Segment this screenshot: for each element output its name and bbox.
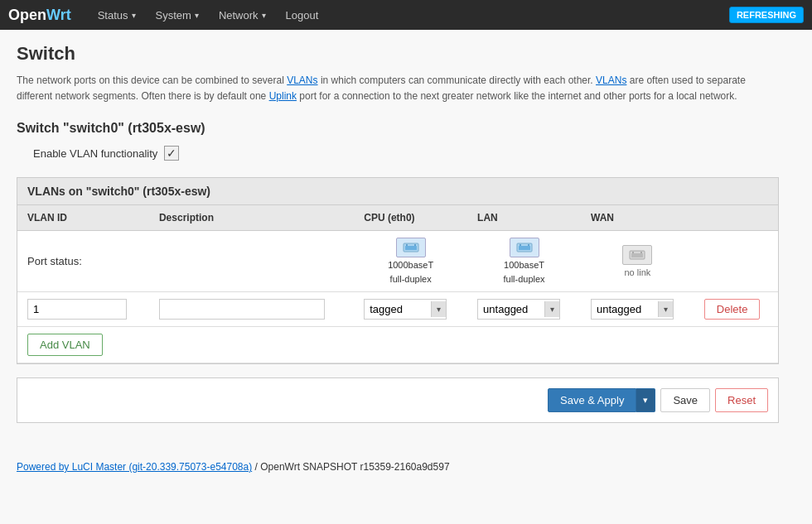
lan-mode-select[interactable]: untagged tagged off [478, 300, 544, 319]
cpu-port-duplex: full-duplex [390, 273, 432, 285]
save-apply-dropdown-button[interactable]: ▾ [636, 388, 655, 412]
save-apply-button[interactable]: Save & Apply [548, 388, 636, 412]
vlan-id-input[interactable] [27, 299, 127, 320]
cpu-port-status: 1000baseT full-duplex [354, 231, 467, 292]
uplink-link[interactable]: Uplink [269, 90, 297, 102]
vlan-table: VLAN ID Description CPU (eth0) LAN WAN P… [17, 205, 778, 363]
vlan-id-cell [17, 291, 149, 326]
svg-point-6 [520, 244, 521, 246]
col-cpu: CPU (eth0) [354, 205, 467, 231]
port-status-row: Port status: [17, 231, 778, 292]
lan-mode-select-wrapper: untagged tagged off ▾ [477, 299, 560, 320]
lan-port-status: 100baseT full-duplex [467, 231, 581, 292]
add-vlan-row: Add VLAN [17, 326, 778, 363]
switch-config-section: Switch "switch0" (rt305x-esw) Enable VLA… [17, 121, 779, 161]
add-vlan-button[interactable]: Add VLAN [27, 334, 103, 356]
nav-logout[interactable]: Logout [276, 0, 329, 30]
vlan-actions-cell: Delete [694, 291, 778, 326]
page-description: The network ports on this device can be … [17, 73, 779, 104]
port-status-label: Port status: [27, 255, 82, 267]
main-content: Switch The network ports on this device … [0, 30, 795, 453]
wan-select-arrow[interactable]: ▾ [658, 301, 673, 317]
table-row: tagged untagged off ▾ untagged tagged [17, 291, 778, 326]
switch-section-title: Switch "switch0" (rt305x-esw) [17, 121, 779, 136]
wan-mode-select[interactable]: untagged tagged off [592, 300, 658, 319]
vlan-wan-cell: untagged tagged off ▾ [581, 291, 694, 326]
lan-port-duplex: full-duplex [503, 273, 544, 285]
svg-point-11 [640, 252, 642, 253]
vlans-section-header: VLANs on "switch0" (rt305x-esw) [17, 178, 778, 205]
svg-rect-9 [631, 253, 643, 257]
cpu-port-speed: 1000baseT [388, 259, 433, 271]
col-vlan-id: VLAN ID [17, 205, 149, 231]
vlan-enable-label: Enable VLAN functionality [33, 147, 157, 160]
network-dropdown-arrow: ▾ [262, 11, 266, 20]
svg-point-7 [528, 244, 529, 246]
col-description: Description [149, 205, 354, 231]
col-wan: WAN [581, 205, 694, 231]
vlans-section-title: VLANs on "switch0" (rt305x-esw) [27, 185, 768, 198]
delete-vlan-button[interactable]: Delete [704, 299, 761, 320]
save-apply-group: Save & Apply ▾ [548, 388, 655, 412]
port-status-label-cell: Port status: [17, 231, 149, 292]
vlans-section: VLANs on "switch0" (rt305x-esw) VLAN ID … [17, 177, 779, 364]
cpu-port-svg [403, 241, 419, 254]
luci-link[interactable]: Powered by LuCI Master (git-20.339.75073… [17, 461, 252, 473]
svg-point-3 [414, 244, 416, 246]
vlan-description-input[interactable] [159, 299, 325, 320]
nav-network[interactable]: Network ▾ [209, 0, 276, 30]
wan-port-icon [622, 245, 652, 265]
svg-point-10 [632, 252, 634, 253]
vlan-desc-cell [149, 291, 354, 326]
wan-mode-select-wrapper: untagged tagged off ▾ [591, 299, 674, 320]
vlan-link-1[interactable]: VLANs [287, 75, 317, 86]
brand-logo[interactable]: OpenWrt [8, 7, 71, 24]
status-dropdown-arrow: ▾ [132, 11, 136, 20]
vlan-enable-row: Enable VLAN functionality ✓ [33, 146, 779, 161]
navbar: OpenWrt Status ▾ System ▾ Network ▾ Logo… [0, 0, 812, 30]
lan-port-svg [516, 241, 533, 254]
wan-port-status: no link [581, 231, 694, 292]
vlan-link-2[interactable]: VLANs [596, 75, 626, 86]
footer-actions: Save & Apply ▾ Save Reset [17, 377, 779, 423]
cpu-port-icon [396, 238, 426, 257]
cpu-mode-select-wrapper: tagged untagged off ▾ [364, 299, 447, 320]
page-title: Switch [17, 43, 779, 65]
system-dropdown-arrow: ▾ [195, 11, 199, 20]
svg-rect-5 [519, 246, 530, 250]
svg-rect-1 [405, 246, 417, 250]
col-lan: LAN [467, 205, 581, 231]
save-button[interactable]: Save [660, 388, 710, 412]
reset-button[interactable]: Reset [715, 388, 768, 412]
lan-port-icon [510, 238, 539, 257]
vlan-cpu-cell: tagged untagged off ▾ [354, 291, 467, 326]
lan-port-speed: 100baseT [504, 259, 544, 271]
nav-system[interactable]: System ▾ [146, 0, 209, 30]
table-header-row: VLAN ID Description CPU (eth0) LAN WAN [17, 205, 778, 231]
wan-port-no-link: no link [625, 267, 651, 278]
cpu-select-arrow[interactable]: ▾ [431, 301, 446, 317]
col-actions [694, 205, 778, 231]
vlan-lan-cell: untagged tagged off ▾ [467, 291, 581, 326]
cpu-mode-select[interactable]: tagged untagged off [365, 300, 431, 319]
enable-vlan-checkbox[interactable]: ✓ [164, 146, 179, 161]
openwrt-version: / OpenWrt SNAPSHOT r15359-2160a9d597 [255, 461, 450, 473]
wan-port-svg [629, 248, 645, 262]
lan-select-arrow[interactable]: ▾ [544, 301, 559, 317]
svg-point-2 [406, 244, 408, 246]
refreshing-badge: REFRESHING [729, 7, 804, 23]
page-footer: Powered by LuCI Master (git-20.339.75073… [0, 453, 812, 481]
nav-status[interactable]: Status ▾ [88, 0, 146, 30]
